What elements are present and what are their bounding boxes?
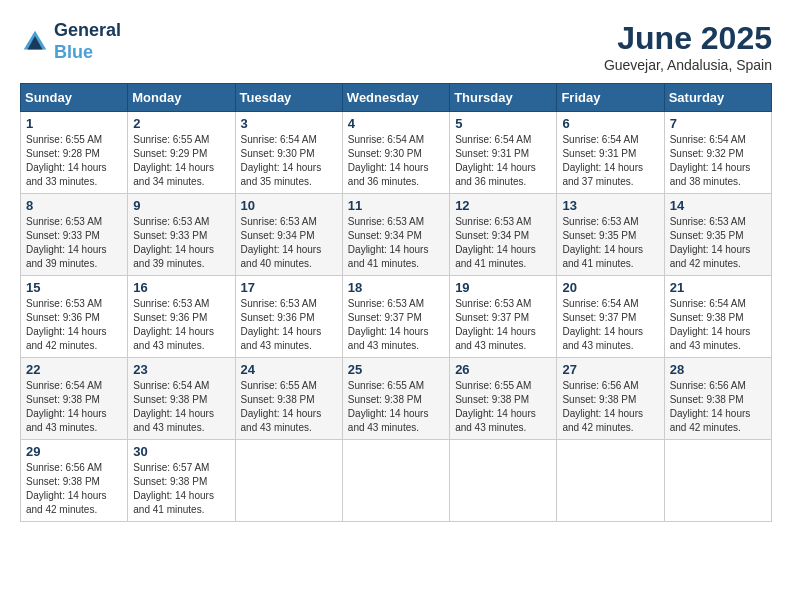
day-number: 22 (26, 362, 122, 377)
calendar-header-row: SundayMondayTuesdayWednesdayThursdayFrid… (21, 84, 772, 112)
day-info: Sunrise: 6:53 AM Sunset: 9:37 PM Dayligh… (348, 297, 444, 353)
day-info: Sunrise: 6:53 AM Sunset: 9:33 PM Dayligh… (133, 215, 229, 271)
day-info: Sunrise: 6:55 AM Sunset: 9:28 PM Dayligh… (26, 133, 122, 189)
day-number: 17 (241, 280, 337, 295)
day-info: Sunrise: 6:54 AM Sunset: 9:38 PM Dayligh… (133, 379, 229, 435)
header-friday: Friday (557, 84, 664, 112)
header-wednesday: Wednesday (342, 84, 449, 112)
day-info: Sunrise: 6:53 AM Sunset: 9:33 PM Dayligh… (26, 215, 122, 271)
day-info: Sunrise: 6:57 AM Sunset: 9:38 PM Dayligh… (133, 461, 229, 517)
day-number: 20 (562, 280, 658, 295)
day-info: Sunrise: 6:55 AM Sunset: 9:38 PM Dayligh… (348, 379, 444, 435)
calendar-cell: 25Sunrise: 6:55 AM Sunset: 9:38 PM Dayli… (342, 358, 449, 440)
day-info: Sunrise: 6:54 AM Sunset: 9:38 PM Dayligh… (670, 297, 766, 353)
calendar-cell (235, 440, 342, 522)
day-number: 24 (241, 362, 337, 377)
calendar-cell: 12Sunrise: 6:53 AM Sunset: 9:34 PM Dayli… (450, 194, 557, 276)
day-number: 29 (26, 444, 122, 459)
calendar-cell: 2Sunrise: 6:55 AM Sunset: 9:29 PM Daylig… (128, 112, 235, 194)
calendar-cell: 14Sunrise: 6:53 AM Sunset: 9:35 PM Dayli… (664, 194, 771, 276)
day-info: Sunrise: 6:53 AM Sunset: 9:36 PM Dayligh… (26, 297, 122, 353)
day-number: 8 (26, 198, 122, 213)
day-number: 10 (241, 198, 337, 213)
calendar-cell: 1Sunrise: 6:55 AM Sunset: 9:28 PM Daylig… (21, 112, 128, 194)
day-info: Sunrise: 6:54 AM Sunset: 9:30 PM Dayligh… (348, 133, 444, 189)
logo: General Blue (20, 20, 121, 63)
calendar-week-row: 22Sunrise: 6:54 AM Sunset: 9:38 PM Dayli… (21, 358, 772, 440)
day-info: Sunrise: 6:54 AM Sunset: 9:32 PM Dayligh… (670, 133, 766, 189)
day-info: Sunrise: 6:53 AM Sunset: 9:37 PM Dayligh… (455, 297, 551, 353)
calendar-cell: 5Sunrise: 6:54 AM Sunset: 9:31 PM Daylig… (450, 112, 557, 194)
day-info: Sunrise: 6:53 AM Sunset: 9:35 PM Dayligh… (670, 215, 766, 271)
day-number: 9 (133, 198, 229, 213)
day-info: Sunrise: 6:54 AM Sunset: 9:38 PM Dayligh… (26, 379, 122, 435)
month-title: June 2025 (604, 20, 772, 57)
calendar-week-row: 1Sunrise: 6:55 AM Sunset: 9:28 PM Daylig… (21, 112, 772, 194)
calendar-week-row: 29Sunrise: 6:56 AM Sunset: 9:38 PM Dayli… (21, 440, 772, 522)
calendar-cell (664, 440, 771, 522)
calendar-cell: 24Sunrise: 6:55 AM Sunset: 9:38 PM Dayli… (235, 358, 342, 440)
calendar-cell: 22Sunrise: 6:54 AM Sunset: 9:38 PM Dayli… (21, 358, 128, 440)
calendar-cell: 26Sunrise: 6:55 AM Sunset: 9:38 PM Dayli… (450, 358, 557, 440)
title-area: June 2025 Guevejar, Andalusia, Spain (604, 20, 772, 73)
calendar-cell: 29Sunrise: 6:56 AM Sunset: 9:38 PM Dayli… (21, 440, 128, 522)
calendar-cell (342, 440, 449, 522)
day-number: 18 (348, 280, 444, 295)
calendar-cell: 27Sunrise: 6:56 AM Sunset: 9:38 PM Dayli… (557, 358, 664, 440)
calendar-cell: 3Sunrise: 6:54 AM Sunset: 9:30 PM Daylig… (235, 112, 342, 194)
day-info: Sunrise: 6:56 AM Sunset: 9:38 PM Dayligh… (670, 379, 766, 435)
day-info: Sunrise: 6:53 AM Sunset: 9:34 PM Dayligh… (348, 215, 444, 271)
calendar-cell (557, 440, 664, 522)
day-number: 26 (455, 362, 551, 377)
calendar-cell: 4Sunrise: 6:54 AM Sunset: 9:30 PM Daylig… (342, 112, 449, 194)
day-number: 4 (348, 116, 444, 131)
calendar-cell: 9Sunrise: 6:53 AM Sunset: 9:33 PM Daylig… (128, 194, 235, 276)
day-number: 3 (241, 116, 337, 131)
calendar-cell: 18Sunrise: 6:53 AM Sunset: 9:37 PM Dayli… (342, 276, 449, 358)
location-subtitle: Guevejar, Andalusia, Spain (604, 57, 772, 73)
calendar-cell: 20Sunrise: 6:54 AM Sunset: 9:37 PM Dayli… (557, 276, 664, 358)
header-thursday: Thursday (450, 84, 557, 112)
day-info: Sunrise: 6:54 AM Sunset: 9:37 PM Dayligh… (562, 297, 658, 353)
day-number: 1 (26, 116, 122, 131)
day-number: 12 (455, 198, 551, 213)
calendar-week-row: 8Sunrise: 6:53 AM Sunset: 9:33 PM Daylig… (21, 194, 772, 276)
calendar-cell: 19Sunrise: 6:53 AM Sunset: 9:37 PM Dayli… (450, 276, 557, 358)
day-number: 21 (670, 280, 766, 295)
header-sunday: Sunday (21, 84, 128, 112)
day-number: 7 (670, 116, 766, 131)
day-number: 14 (670, 198, 766, 213)
day-info: Sunrise: 6:53 AM Sunset: 9:36 PM Dayligh… (133, 297, 229, 353)
calendar-cell: 15Sunrise: 6:53 AM Sunset: 9:36 PM Dayli… (21, 276, 128, 358)
day-number: 15 (26, 280, 122, 295)
logo-text: General Blue (54, 20, 121, 63)
logo-icon (20, 27, 50, 57)
calendar-cell: 30Sunrise: 6:57 AM Sunset: 9:38 PM Dayli… (128, 440, 235, 522)
day-number: 13 (562, 198, 658, 213)
day-number: 28 (670, 362, 766, 377)
day-info: Sunrise: 6:53 AM Sunset: 9:35 PM Dayligh… (562, 215, 658, 271)
day-info: Sunrise: 6:53 AM Sunset: 9:34 PM Dayligh… (241, 215, 337, 271)
header-monday: Monday (128, 84, 235, 112)
day-number: 23 (133, 362, 229, 377)
day-info: Sunrise: 6:54 AM Sunset: 9:30 PM Dayligh… (241, 133, 337, 189)
calendar-cell: 11Sunrise: 6:53 AM Sunset: 9:34 PM Dayli… (342, 194, 449, 276)
day-number: 30 (133, 444, 229, 459)
calendar-cell: 16Sunrise: 6:53 AM Sunset: 9:36 PM Dayli… (128, 276, 235, 358)
calendar-cell (450, 440, 557, 522)
page-header: General Blue June 2025 Guevejar, Andalus… (20, 20, 772, 73)
day-info: Sunrise: 6:55 AM Sunset: 9:38 PM Dayligh… (455, 379, 551, 435)
day-number: 2 (133, 116, 229, 131)
calendar-cell: 10Sunrise: 6:53 AM Sunset: 9:34 PM Dayli… (235, 194, 342, 276)
calendar-cell: 13Sunrise: 6:53 AM Sunset: 9:35 PM Dayli… (557, 194, 664, 276)
day-number: 19 (455, 280, 551, 295)
day-info: Sunrise: 6:54 AM Sunset: 9:31 PM Dayligh… (455, 133, 551, 189)
calendar-week-row: 15Sunrise: 6:53 AM Sunset: 9:36 PM Dayli… (21, 276, 772, 358)
day-number: 16 (133, 280, 229, 295)
day-info: Sunrise: 6:55 AM Sunset: 9:38 PM Dayligh… (241, 379, 337, 435)
day-number: 11 (348, 198, 444, 213)
calendar-table: SundayMondayTuesdayWednesdayThursdayFrid… (20, 83, 772, 522)
calendar-cell: 21Sunrise: 6:54 AM Sunset: 9:38 PM Dayli… (664, 276, 771, 358)
day-number: 25 (348, 362, 444, 377)
calendar-cell: 23Sunrise: 6:54 AM Sunset: 9:38 PM Dayli… (128, 358, 235, 440)
